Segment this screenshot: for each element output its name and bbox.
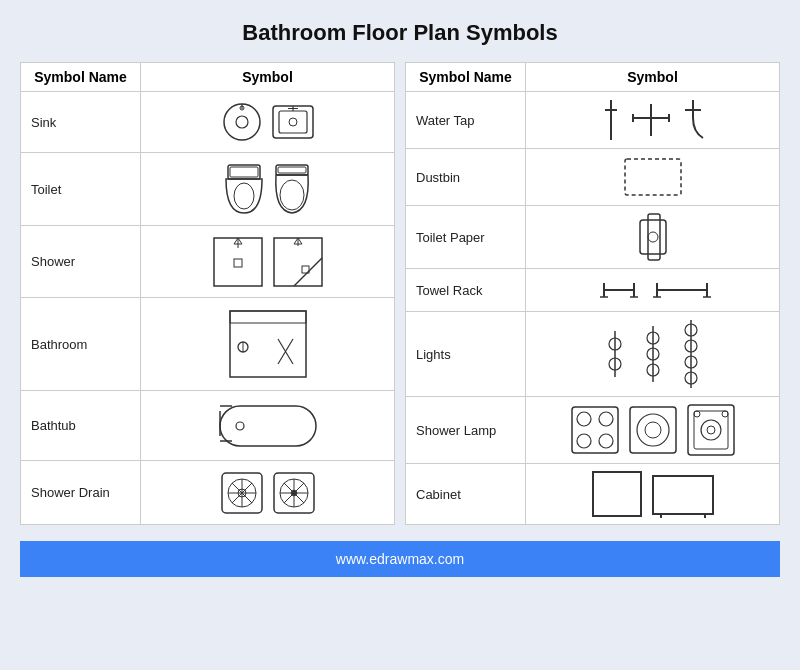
table-row: Toilet Paper xyxy=(406,206,780,269)
left-table: Symbol Name Symbol Sink xyxy=(20,62,395,525)
left-col1-header: Symbol Name xyxy=(21,63,141,92)
svg-point-87 xyxy=(599,434,613,448)
svg-rect-10 xyxy=(230,167,258,177)
lights-symbol xyxy=(526,312,780,397)
shower-label: Shower xyxy=(21,225,141,298)
svg-point-48 xyxy=(291,490,297,496)
towel-rack-symbol xyxy=(526,269,780,312)
svg-point-6 xyxy=(289,118,297,126)
shower-lamp-symbol xyxy=(526,397,780,464)
svg-rect-24 xyxy=(230,311,306,377)
svg-point-86 xyxy=(577,434,591,448)
svg-point-11 xyxy=(234,183,254,209)
bathroom-symbol xyxy=(141,298,395,391)
cabinet-symbol xyxy=(526,464,780,525)
lights-label: Lights xyxy=(406,312,526,397)
svg-point-93 xyxy=(701,420,721,440)
right-col1-header: Symbol Name xyxy=(406,63,526,92)
shower-drain-symbol xyxy=(141,461,395,525)
toilet-paper-symbol xyxy=(526,206,780,269)
table-row: Water Tap xyxy=(406,92,780,149)
svg-rect-57 xyxy=(625,159,681,195)
table-row: Lights xyxy=(406,312,780,397)
svg-point-32 xyxy=(236,422,244,430)
table-row: Cabinet xyxy=(406,464,780,525)
svg-point-94 xyxy=(707,426,715,434)
svg-point-60 xyxy=(648,232,658,242)
table-row: Shower Drain xyxy=(21,461,395,525)
svg-point-95 xyxy=(694,411,700,417)
svg-rect-25 xyxy=(230,311,306,323)
svg-point-1 xyxy=(236,116,248,128)
svg-rect-18 xyxy=(234,259,242,267)
shower-symbol xyxy=(141,225,395,298)
towel-rack-label: Towel Rack xyxy=(406,269,526,312)
right-table: Symbol Name Symbol Water Tap xyxy=(405,62,780,525)
svg-point-0 xyxy=(224,104,260,140)
svg-point-90 xyxy=(645,422,661,438)
table-row: Toilet xyxy=(21,153,395,226)
table-row: Dustbin xyxy=(406,149,780,206)
bathtub-label: Bathtub xyxy=(21,391,141,461)
svg-rect-98 xyxy=(653,476,713,514)
svg-rect-59 xyxy=(640,220,666,254)
table-row: Bathroom xyxy=(21,298,395,391)
svg-point-14 xyxy=(280,180,304,210)
table-row: Sink xyxy=(21,92,395,153)
toilet-label: Toilet xyxy=(21,153,141,226)
water-tap-label: Water Tap xyxy=(406,92,526,149)
page-title: Bathroom Floor Plan Symbols xyxy=(242,20,557,46)
toilet-paper-label: Toilet Paper xyxy=(406,206,526,269)
left-col2-header: Symbol xyxy=(141,63,395,92)
svg-point-84 xyxy=(577,412,591,426)
cabinet-label: Cabinet xyxy=(406,464,526,525)
table-row: Shower xyxy=(21,225,395,298)
bathtub-symbol xyxy=(141,391,395,461)
shower-drain-label: Shower Drain xyxy=(21,461,141,525)
svg-rect-30 xyxy=(220,406,316,446)
footer-bar: www.edrawmax.com xyxy=(20,541,780,577)
toilet-symbol xyxy=(141,153,395,226)
svg-rect-97 xyxy=(593,472,641,516)
svg-rect-5 xyxy=(279,111,307,133)
svg-rect-13 xyxy=(278,167,306,173)
table-row: Shower Lamp xyxy=(406,397,780,464)
dustbin-symbol xyxy=(526,149,780,206)
dustbin-label: Dustbin xyxy=(406,149,526,206)
svg-point-96 xyxy=(722,411,728,417)
water-tap-symbol xyxy=(526,92,780,149)
right-col2-header: Symbol xyxy=(526,63,780,92)
sink-label: Sink xyxy=(21,92,141,153)
svg-point-85 xyxy=(599,412,613,426)
footer-text: www.edrawmax.com xyxy=(336,551,464,567)
tables-container: Symbol Name Symbol Sink xyxy=(20,62,780,525)
svg-point-89 xyxy=(637,414,669,446)
table-row: Towel Rack xyxy=(406,269,780,312)
shower-lamp-label: Shower Lamp xyxy=(406,397,526,464)
svg-line-20 xyxy=(294,258,322,286)
bathroom-label: Bathroom xyxy=(21,298,141,391)
sink-symbol xyxy=(141,92,395,153)
table-row: Bathtub xyxy=(21,391,395,461)
